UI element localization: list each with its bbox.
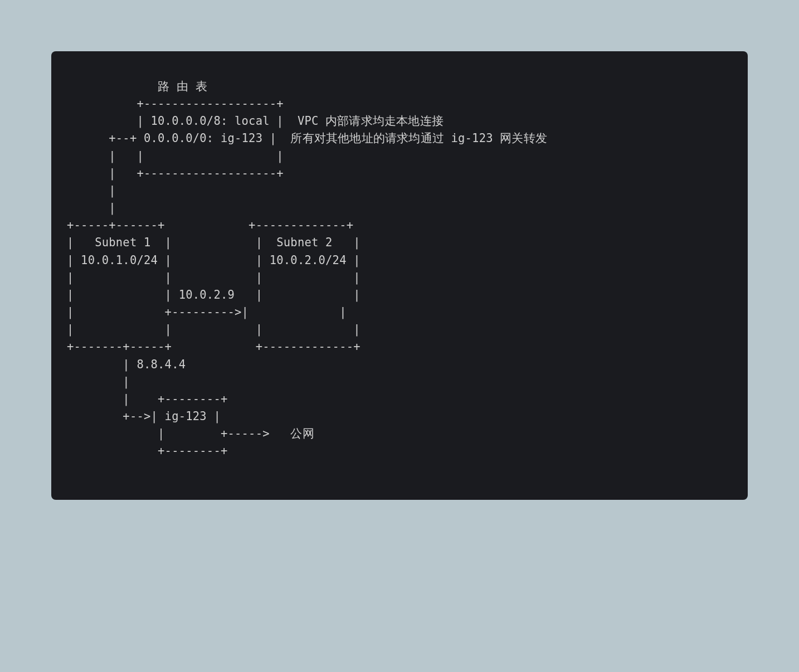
ascii-diagram: 路 由 表 +-------------------+ | 10.0.0.0/8…	[67, 78, 732, 460]
terminal-panel: 路 由 表 +-------------------+ | 10.0.0.0/8…	[51, 51, 748, 500]
